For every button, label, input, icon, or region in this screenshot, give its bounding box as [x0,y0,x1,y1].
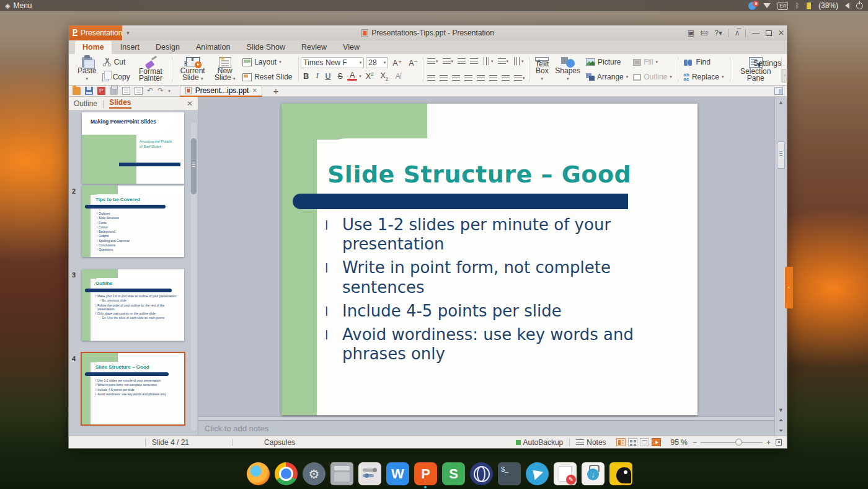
sidebar-reveal-handle[interactable]: ‹ [785,267,793,308]
arrange-button[interactable]: Arrange ▾ [584,71,630,83]
font-family-select[interactable]: Times New F▾ [301,57,364,68]
outline-button[interactable]: Outline ▾ [631,71,674,83]
subscript-button[interactable]: X2 [378,71,391,83]
text-direction-button[interactable]: ▾ [481,57,495,65]
bluetooth-icon[interactable]: ᛒ [795,2,799,9]
normal-view-button[interactable] [616,438,626,446]
close-panel-icon[interactable]: ✕ [187,99,193,108]
slide-thumbnail-2[interactable]: Tips to be Covered lOutlineslSlide Struc… [82,186,184,257]
para-space-increase-button[interactable] [488,74,498,82]
align-right-button[interactable] [451,74,461,82]
previous-slide-button[interactable]: ⏶ [779,417,783,424]
numbered-list-button[interactable]: ▾ [441,57,455,65]
replace-button[interactable]: abacReplace ▾ [682,71,726,83]
wps-presentation-icon[interactable]: P [414,462,437,485]
format-painter-button[interactable]: Format Painter [133,55,168,84]
settings-icon[interactable]: ⚙ [303,462,326,485]
close-document-icon[interactable]: × [252,86,257,95]
slideshow-setup-icon[interactable] [135,87,143,95]
notes-toggle[interactable]: Notes [587,438,606,447]
export-pdf-icon[interactable] [97,87,105,95]
cut-button[interactable]: Cut [100,56,132,68]
new-slide-button[interactable]: New Slide ▾ [210,55,239,84]
save-icon[interactable] [85,87,93,95]
collapse-ribbon-icon[interactable]: ᴧ̅ [735,29,739,37]
outline-tab[interactable]: Outline [74,99,97,108]
print-preview-icon[interactable] [122,87,130,95]
increase-font-button[interactable]: A⁺ [390,58,404,68]
font-size-select[interactable]: 28▾ [366,57,388,68]
close-button[interactable]: ✕ [778,29,784,37]
bullet-list-button[interactable]: ▾ [426,57,440,65]
justify-button[interactable] [463,74,474,82]
vertical-scrollbar[interactable]: ▲ ▼ ⏶ ⏷ [774,97,787,436]
thumbnail-scrollbar[interactable] [191,123,197,431]
slide-thumbnail-4-selected[interactable]: Slide Structure – Good lUse 1-2 slides p… [82,353,184,424]
minimize-button[interactable]: — [752,29,760,37]
tab-design[interactable]: Design [148,41,187,54]
chrome-icon[interactable] [275,462,298,485]
app-menu-button[interactable]: P Presentation ▼ [69,25,122,40]
help-icon[interactable]: ?▾ [714,29,722,37]
tab-home[interactable]: Home [75,41,112,54]
expand-panel-chevron[interactable]: › [782,69,787,83]
decrease-indent-button[interactable] [456,57,467,65]
fill-button[interactable]: Fill ▾ [631,56,674,68]
settings-button[interactable]: Settings [753,59,786,68]
tab-animation[interactable]: Animation [188,41,238,54]
tab-review[interactable]: Review [294,41,334,54]
slide-body-text[interactable]: lUse 1-2 slides per minute of your prese… [325,215,635,368]
align-left-button[interactable] [426,74,436,82]
undo-icon[interactable]: ↶ [147,87,153,95]
increase-indent-button[interactable] [469,57,479,65]
notes-pane[interactable]: Click to add notes [198,421,774,436]
task-pane-toggle-icon[interactable] [774,87,783,95]
volume-icon[interactable] [845,2,849,9]
zoom-slider[interactable] [701,442,763,443]
document-tab[interactable]: Present...ips.ppt × [180,86,263,97]
line-spacing-button[interactable]: ▾ [497,57,510,65]
tab-view[interactable]: View [335,41,367,54]
power-icon[interactable] [856,2,863,9]
tab-slideshow[interactable]: Slide Show [239,41,293,54]
slide-thumbnail-3[interactable]: Outline lMake your 1st or 2nd slide an o… [82,269,184,341]
maximize-button[interactable] [766,30,772,36]
reset-slide-button[interactable]: Reset Slide [241,71,294,83]
layout-button[interactable]: Layout ▾ [241,56,294,68]
firefox-icon[interactable] [247,462,270,485]
zoom-in-button[interactable]: + [766,438,771,447]
keyboard-layout-indicator[interactable]: En [777,2,788,10]
print-icon[interactable] [110,87,118,95]
open-file-icon[interactable] [73,87,81,95]
software-center-icon[interactable] [582,462,604,485]
distribute-button[interactable] [476,74,486,82]
slides-tab[interactable]: Slides [109,98,131,109]
skin-theme-icon[interactable]: 🜲 [701,29,708,37]
notification-icon[interactable]: 8 [748,2,756,10]
scrollbar-thumb[interactable] [191,138,197,194]
autobackup-label[interactable]: AutoBackup [523,438,564,447]
slide-sorter-view-button[interactable] [628,438,637,446]
tweaks-icon[interactable] [358,462,381,485]
slide-thumbnail-1[interactable]: Making PowerPoint Slides Avoiding the Pi… [82,112,184,184]
reader-mode-icon[interactable]: ▣ [688,29,694,37]
wps-spreadsheet-icon[interactable]: S [442,462,465,485]
italic-button[interactable]: I [313,71,321,81]
file-manager-icon[interactable] [330,462,353,485]
shapes-button[interactable]: Shapes ▾ [552,55,583,84]
title-bar[interactable]: P Presentation ▼ Presentations-Tips.ppt … [69,25,787,40]
toolbar-options-caret[interactable]: ▾ [168,89,170,94]
clear-format-button[interactable]: A̸ [392,71,402,81]
media-tool-icon[interactable] [609,462,632,485]
tab-insert[interactable]: Insert [113,41,147,54]
slide-canvas[interactable]: Slide Structure – Good lUse 1-2 slides p… [281,104,698,415]
scroll-down-icon[interactable]: ▼ [778,407,784,413]
zoom-out-button[interactable]: − [693,438,697,447]
bold-button[interactable]: B [301,71,311,81]
zoom-slider-knob[interactable] [735,439,742,446]
terminal-icon[interactable]: $_ [498,462,521,485]
network-tool-icon[interactable] [470,462,493,485]
zoom-level[interactable]: 95 % [671,438,688,447]
picture-button[interactable]: Picture [584,56,630,68]
para-space-decrease-button[interactable] [500,74,511,82]
